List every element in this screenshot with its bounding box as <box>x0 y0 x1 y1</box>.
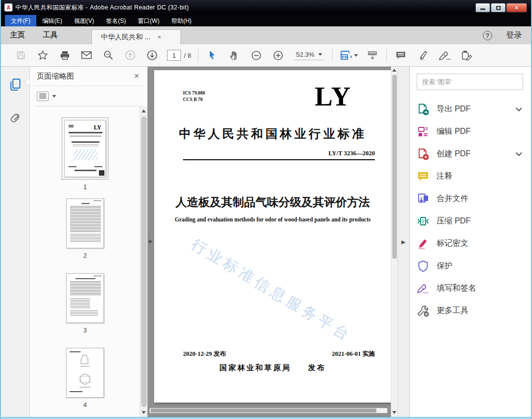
scroll-down-icon[interactable] <box>142 411 146 414</box>
search-button[interactable] <box>97 46 119 64</box>
fill-sign-tool-button[interactable] <box>434 46 455 64</box>
star-button[interactable] <box>32 46 54 64</box>
thumbnail-page-2[interactable]: 2 <box>30 199 140 259</box>
export-pdf-icon <box>417 103 430 116</box>
tab-tools[interactable]: 工具 <box>34 30 67 44</box>
document-subtitle-en: Grading and evaluation methods for odor … <box>154 216 391 222</box>
signin-button[interactable]: 登录 <box>506 30 522 41</box>
thumbnail-page-3[interactable]: 3 <box>30 273 140 334</box>
thumbnail-page-number: 2 <box>83 252 87 259</box>
comment-tool-button[interactable] <box>390 46 412 64</box>
tool-label: 合并文件 <box>437 194 468 204</box>
toolbar-separator <box>332 49 333 62</box>
tool-label: 注释 <box>437 171 452 182</box>
close-button[interactable]: × <box>506 3 527 12</box>
menu-view[interactable]: 视图(V) <box>68 15 100 26</box>
left-panel-handle-icon[interactable]: ▶ <box>149 238 153 244</box>
thumbnails-scrollbar[interactable] <box>140 106 147 417</box>
document-horizontal-scrollbar[interactable] <box>150 408 387 413</box>
tool-edit-pdf[interactable]: 编辑 PDF <box>417 120 523 143</box>
thumbnail-page-4[interactable]: 4 <box>30 348 140 409</box>
tool-compress-pdf[interactable]: 压缩 PDF <box>417 210 523 232</box>
print-button[interactable] <box>54 46 76 64</box>
thumbnails-options-icon[interactable] <box>37 92 49 101</box>
page-thumbnails-panel: 页面缩略图 × LY <box>30 67 148 417</box>
tool-combine-files[interactable]: 合并文件 <box>417 188 523 210</box>
save-button[interactable] <box>10 46 32 64</box>
highlight-tool-button[interactable] <box>412 46 434 64</box>
menu-file[interactable]: 文件(F) <box>5 15 36 26</box>
tab-home[interactable]: 主页 <box>1 30 34 44</box>
zoom-out-button[interactable] <box>245 46 267 64</box>
thumbnails-panel-close-icon[interactable]: × <box>134 71 139 81</box>
thumbnail-page-1[interactable]: LY <box>30 117 140 191</box>
left-rail <box>1 67 30 417</box>
tool-fill-sign[interactable]: 填写和签名 <box>417 277 523 300</box>
scroll-up-icon[interactable] <box>142 109 146 112</box>
ics-classification: ICS 79.080 CCS B 70 <box>183 90 205 103</box>
page-thumbnails-icon[interactable] <box>9 78 22 92</box>
main-area: 页面缩略图 × LY <box>1 67 531 417</box>
page-total: / 8 <box>184 52 191 59</box>
tool-label: 压缩 PDF <box>437 216 470 226</box>
publisher-name: 国家林业和草原局 <box>220 363 291 372</box>
zoom-level-value: 52.3% <box>296 51 314 58</box>
hand-tool-button[interactable] <box>223 46 245 64</box>
next-page-button[interactable] <box>141 46 163 64</box>
save-icon <box>16 50 26 60</box>
document-view: ▶ ICS 79.080 CCS B 70 LY 中华人民共和国林业行业标准 L… <box>148 67 397 417</box>
tools-panel: 导出 PDF 编辑 PDF 创建 PDF 注释 <box>409 67 531 417</box>
page-number-input[interactable] <box>167 50 181 61</box>
minimize-icon <box>480 8 485 10</box>
tab-document[interactable]: 中华人民共和 ... × <box>91 29 181 44</box>
combine-files-icon <box>417 193 430 206</box>
thumbnail-page-number: 4 <box>83 401 87 409</box>
thumbnails-scrollbar-thumb[interactable] <box>141 116 147 407</box>
zoom-in-button[interactable] <box>267 46 289 64</box>
doc-scroll-up-icon[interactable] <box>392 69 396 72</box>
select-tool-button[interactable] <box>201 46 223 64</box>
toolbar-separator <box>198 49 198 62</box>
minimize-button[interactable] <box>475 3 490 12</box>
tool-export-pdf[interactable]: 导出 PDF <box>417 98 523 120</box>
presentation-icon <box>366 49 378 61</box>
tool-redact[interactable]: 标记密文 <box>417 232 523 255</box>
previous-page-button[interactable] <box>119 46 141 64</box>
horizontal-scrollbar-thumb[interactable] <box>151 409 376 413</box>
zoom-level-control[interactable]: 52.3% <box>294 51 324 60</box>
menu-help[interactable]: 帮助(H) <box>166 15 198 26</box>
help-icon[interactable]: ? <box>483 31 492 40</box>
window-title: 中华人民共和国国家标准 - Adobe Acrobat Reader DC (3… <box>15 3 189 12</box>
tab-close-icon[interactable]: × <box>158 34 162 40</box>
vertical-scrollbar-thumb[interactable] <box>392 75 397 259</box>
doc-scroll-down-icon[interactable] <box>392 411 396 414</box>
menu-window[interactable]: 窗口(W) <box>132 15 165 26</box>
tool-comment[interactable]: 注释 <box>417 165 523 188</box>
plus-circle-icon <box>273 50 283 61</box>
tool-create-pdf[interactable]: 创建 PDF <box>417 143 523 165</box>
attachments-paperclip-icon[interactable] <box>9 110 22 125</box>
document-vertical-scrollbar[interactable] <box>391 67 397 417</box>
publish-word: 发布 <box>308 363 326 372</box>
compress-pdf-icon <box>417 215 430 228</box>
menu-edit[interactable]: 编辑(E) <box>36 15 68 26</box>
right-panel-handle-icon[interactable]: ▶ <box>401 239 405 245</box>
thumbnails-list: LY <box>30 106 147 417</box>
presentation-button[interactable] <box>361 46 383 64</box>
fit-width-button[interactable] <box>336 46 361 64</box>
restore-button[interactable] <box>491 3 506 12</box>
chevron-down-icon[interactable] <box>516 105 522 111</box>
close-icon: × <box>515 4 518 11</box>
tools-search-input[interactable] <box>417 74 523 90</box>
zoom-caret-icon <box>318 53 322 56</box>
stamp-tool-button[interactable] <box>455 46 477 64</box>
email-button[interactable] <box>76 46 97 64</box>
tab-document-label: 中华人民共和 ... <box>101 33 151 42</box>
menu-sign[interactable]: 签名(S) <box>100 15 132 26</box>
chevron-down-icon[interactable] <box>516 150 522 156</box>
arrow-up-circle-icon <box>125 50 136 61</box>
tool-protect[interactable]: 保护 <box>417 255 523 277</box>
tool-more-tools[interactable]: 更多工具 <box>417 300 523 322</box>
redact-icon <box>417 237 430 250</box>
thumbnails-options-caret-icon[interactable] <box>52 95 56 98</box>
